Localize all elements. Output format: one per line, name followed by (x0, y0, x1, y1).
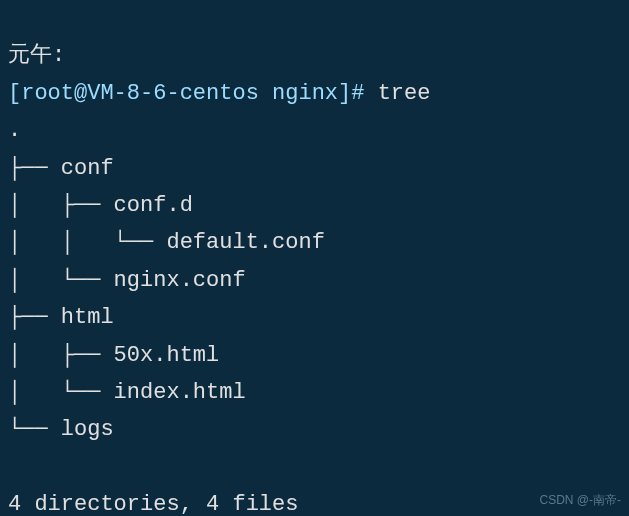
tree-root: . (8, 118, 21, 143)
tree-default-conf: │ │ └── default.conf (8, 230, 325, 255)
tree-summary: 4 directories, 4 files (8, 492, 298, 516)
prompt-userhost: root@VM-8-6-centos (21, 81, 259, 106)
tree-confd: │ ├── conf.d (8, 193, 193, 218)
terminal-output[interactable]: 元午: [root@VM-8-6-centos nginx]# tree . ├… (0, 0, 629, 516)
tree-html: ├── html (8, 305, 114, 330)
tree-index: │ └── index.html (8, 380, 246, 405)
command-tree: tree (378, 81, 431, 106)
partial-line: 元午: (8, 43, 65, 68)
tree-50x: │ ├── 50x.html (8, 343, 219, 368)
tree-nginx-conf: │ └── nginx.conf (8, 268, 246, 293)
prompt-space (259, 81, 272, 106)
prompt-open: [ (8, 81, 21, 106)
prompt-dir: nginx (272, 81, 338, 106)
watermark-text: CSDN @-南帝- (539, 490, 621, 510)
tree-conf: ├── conf (8, 156, 114, 181)
prompt-close: ]# (338, 81, 364, 106)
tree-logs: └── logs (8, 417, 114, 442)
